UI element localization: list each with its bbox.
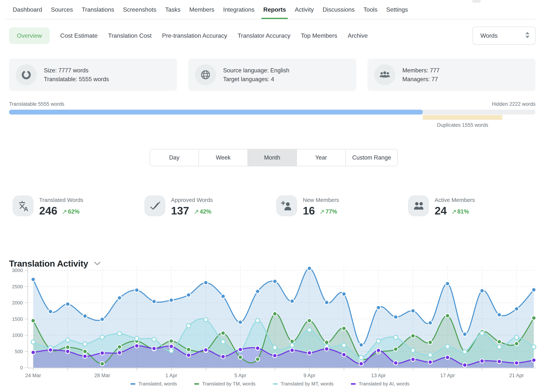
duplicates-segment (423, 115, 502, 120)
translatable-segment (9, 110, 423, 114)
nav-item-activity[interactable]: Activity (295, 0, 314, 19)
stat-delta: ↗81% (451, 208, 469, 215)
report-tabs: OverviewCost EstimateTranslation CostPre… (9, 26, 368, 45)
stat-tile-translated-words: ATranslated Words246↗62% (13, 195, 83, 217)
unit-select-value: Words (480, 32, 498, 39)
nav-item-integrations[interactable]: Integrations (223, 0, 255, 19)
nav-item-tools[interactable]: Tools (363, 0, 377, 19)
svg-text:1500: 1500 (12, 316, 23, 322)
words-progress-bar (9, 110, 535, 114)
stat-value: 246 (39, 204, 57, 217)
svg-text:28 Mar: 28 Mar (94, 373, 110, 378)
legend-label: Translated by MT, words (281, 381, 334, 387)
nav-item-reports[interactable]: Reports (263, 0, 286, 19)
legend-item[interactable]: Translated by AI, words (351, 381, 410, 387)
stat-label: Active Members (435, 197, 475, 203)
select-spinner-icon (525, 32, 530, 38)
stat-delta: ↗42% (194, 208, 211, 215)
stat-value: 137 (171, 204, 189, 217)
trend-up-icon: ↗ (62, 208, 67, 215)
legend-item[interactable]: Translated by MT, words (273, 381, 334, 387)
nav-item-screenshots[interactable]: Screenshots (123, 0, 156, 19)
svg-text:1 Apr: 1 Apr (165, 373, 177, 378)
range-tab-day[interactable]: Day (150, 149, 199, 166)
stat-value: 16 (303, 204, 315, 217)
donut-icon (16, 64, 37, 85)
nav-item-tasks[interactable]: Tasks (165, 0, 180, 19)
report-tab-archive[interactable]: Archive (348, 32, 368, 39)
stat-tile-new-members: New Members16↗77% (276, 195, 339, 217)
trend-up-icon: ↗ (320, 208, 325, 215)
trend-up-icon: ↗ (451, 208, 457, 215)
report-tab-translator-accuracy[interactable]: Translator Accuracy (238, 32, 290, 39)
report-tab-translation-cost[interactable]: Translation Cost (108, 32, 152, 39)
translatable-label: Translatable 5555 words (9, 101, 64, 107)
top-navigation: DashboardSourcesTranslationsScreenshotsT… (13, 0, 408, 19)
summary-card: Members: 777Managers: 77 (368, 59, 535, 91)
people-icon (408, 195, 429, 216)
card-line: Managers: 77 (402, 75, 440, 84)
range-tab-custom-range[interactable]: Custom Range (345, 149, 398, 166)
nav-divider (5, 19, 535, 20)
nav-item-discussions[interactable]: Discussions (323, 0, 355, 19)
members-icon (374, 64, 395, 85)
stat-label: New Members (303, 197, 339, 203)
stat-tile-active-members: Active Members24↗81% (408, 195, 475, 217)
legend-item[interactable]: Translated, words (130, 381, 177, 387)
nav-item-members[interactable]: Members (189, 0, 214, 19)
svg-text:2500: 2500 (12, 284, 23, 289)
svg-text:0: 0 (20, 365, 23, 370)
summary-card: Size: 7777 wordsTranslatable: 5555 words (9, 59, 177, 91)
stat-delta: ↗77% (320, 208, 337, 215)
stat-tile-approved-words: Approved Words137↗42% (144, 195, 213, 217)
globe-icon (195, 64, 216, 85)
card-line: Source language: English (223, 66, 289, 75)
legend-swatch (194, 383, 199, 385)
svg-text:13 Apr: 13 Apr (371, 373, 386, 378)
report-tab-top-members[interactable]: Top Members (301, 32, 337, 39)
card-line: Size: 7777 words (44, 66, 109, 75)
report-tab-cost-estimate[interactable]: Cost Estimate (60, 32, 98, 39)
nav-item-dashboard[interactable]: Dashboard (13, 0, 42, 19)
legend-swatch (130, 383, 135, 385)
stat-value: 24 (435, 204, 447, 217)
nav-item-settings[interactable]: Settings (386, 0, 408, 19)
nav-item-sources[interactable]: Sources (51, 0, 73, 19)
cut-off-toolbar-button[interactable] (472, 0, 481, 3)
unit-select[interactable]: Words (472, 27, 535, 45)
svg-text:500: 500 (15, 349, 23, 354)
stat-label: Approved Words (171, 197, 213, 203)
svg-text:9 Apr: 9 Apr (304, 373, 315, 378)
card-line: Translatable: 5555 words (44, 75, 109, 84)
trend-up-icon: ↗ (194, 208, 199, 215)
double-check-icon (144, 195, 165, 216)
reports-overview-page: DashboardSourcesTranslationsScreenshotsT… (0, 0, 540, 392)
card-line: Members: 777 (402, 66, 440, 75)
person-add-icon (276, 195, 297, 216)
svg-text:1000: 1000 (12, 332, 23, 338)
report-tab-overview[interactable]: Overview (9, 27, 50, 44)
svg-text:5 Apr: 5 Apr (234, 373, 246, 378)
svg-text:3000: 3000 (12, 268, 23, 273)
legend-swatch (351, 383, 356, 385)
svg-text:A: A (24, 206, 28, 212)
translate-icon: A (13, 195, 34, 216)
svg-text:17 Apr: 17 Apr (440, 373, 455, 378)
hidden-label: Hidden 2222 words (492, 101, 535, 107)
card-line: Target languages: 4 (223, 75, 289, 84)
summary-card: Source language: EnglishTarget languages… (188, 59, 356, 91)
svg-text:24 Mar: 24 Mar (25, 373, 41, 378)
stat-label: Translated Words (39, 197, 83, 203)
range-tab-year[interactable]: Year (296, 149, 345, 166)
translation-activity-chart: 05001000150020002500300024 Mar28 Mar1 Ap… (0, 259, 540, 382)
legend-label: Translated by AI, words (359, 381, 410, 387)
report-tab-pre-translation-accuracy[interactable]: Pre-translation Accuracy (162, 32, 227, 39)
legend-label: Translated by TM, words (202, 381, 255, 387)
nav-item-translations[interactable]: Translations (82, 0, 114, 19)
date-range-tabs: DayWeekMonthYearCustom Range (150, 149, 398, 166)
legend-item[interactable]: Translated by TM, words (194, 381, 255, 387)
svg-text:2000: 2000 (12, 300, 23, 306)
range-tab-week[interactable]: Week (199, 149, 248, 166)
svg-text:21 Apr: 21 Apr (509, 373, 524, 378)
range-tab-month[interactable]: Month (248, 149, 296, 166)
